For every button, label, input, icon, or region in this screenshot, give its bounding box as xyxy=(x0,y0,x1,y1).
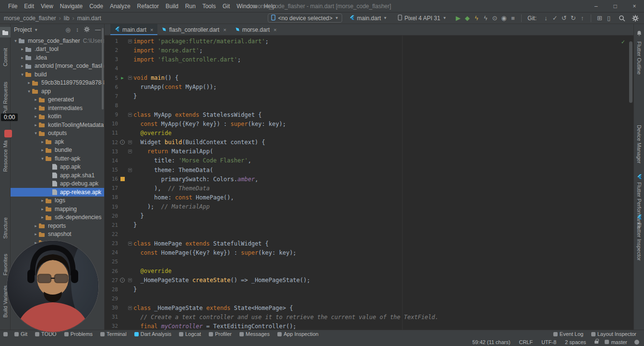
project-tool-button[interactable] xyxy=(0,27,11,37)
code-line-16[interactable]: 16 primarySwatch: Colors.amber, xyxy=(105,174,633,184)
code-line-30[interactable]: 30class _HomePageState extends State<Hom… xyxy=(105,303,633,312)
chevron-collapsed-icon[interactable]: ▸ xyxy=(33,106,39,111)
code-line-24[interactable]: 24 const HomePage({Key? key}) : super(ke… xyxy=(105,248,633,257)
fold-marker[interactable] xyxy=(127,76,133,80)
chevron-collapsed-icon[interactable]: ▸ xyxy=(33,97,39,102)
chevron-expanded-icon[interactable]: ▾ xyxy=(19,72,25,77)
chevron-collapsed-icon[interactable]: ▸ xyxy=(33,223,39,228)
code-line-14[interactable]: 14 title: 'Morse Code Flasher', xyxy=(105,156,633,165)
chevron-collapsed-icon[interactable]: ▸ xyxy=(33,114,39,119)
status-2-spaces[interactable]: 2 spaces xyxy=(561,339,590,345)
chevron-down-icon[interactable]: ▼ xyxy=(34,28,38,32)
status-circle-icon[interactable] xyxy=(634,340,639,345)
menu-refactor[interactable]: Refactor xyxy=(134,3,162,10)
code-line-29[interactable]: 29 xyxy=(105,294,633,303)
toolwindow-layout-inspector[interactable]: Layout Inspector xyxy=(587,331,640,337)
tab-flash-controller-dart[interactable]: flash_controller.dart× xyxy=(157,24,230,35)
tree-item-apk[interactable]: ▸apk xyxy=(11,137,104,146)
expand-collapse-icon[interactable]: ↕ xyxy=(76,26,79,33)
menu-git[interactable]: Git xyxy=(219,3,233,10)
close-button[interactable]: × xyxy=(625,0,644,12)
chevron-collapsed-icon[interactable]: ▸ xyxy=(26,80,32,85)
chevron-expanded-icon[interactable]: ▾ xyxy=(12,38,19,43)
chevron-collapsed-icon[interactable]: ▸ xyxy=(19,55,25,60)
code-line-19[interactable]: 19 ); // MaterialApp xyxy=(105,202,633,211)
debug-button[interactable]: ◆ xyxy=(463,13,472,23)
run-config-dropdown[interactable]: main.dart ▼ xyxy=(346,13,391,23)
tree-item-reports[interactable]: ▸reports xyxy=(11,222,104,230)
code-line-5[interactable]: 5▶void main() { xyxy=(105,74,633,83)
search-everywhere-button[interactable] xyxy=(617,13,627,23)
toolwindow-git[interactable]: Git xyxy=(11,331,31,337)
fold-marker[interactable] xyxy=(127,242,133,246)
stop-button[interactable]: ■ xyxy=(508,13,517,23)
code-line-11[interactable]: 11 @override xyxy=(105,128,633,137)
tool-strip-pull-requests[interactable]: Pull Requests xyxy=(0,82,11,114)
breadcrumb-main-dart[interactable]: main.dart xyxy=(77,15,101,22)
status-utf-8[interactable]: UTF-8 xyxy=(537,339,561,345)
menu-edit[interactable]: Edit xyxy=(21,3,37,10)
attach-debugger-button[interactable]: ◉ xyxy=(499,13,508,23)
commit-button[interactable]: ✓ xyxy=(550,13,560,23)
code-line-6[interactable]: 6 runApp(const MyApp()); xyxy=(105,83,633,92)
tree-item-intermediates[interactable]: ▸intermediates xyxy=(11,104,104,112)
chevron-collapsed-icon[interactable]: ▸ xyxy=(39,215,46,220)
fold-marker[interactable] xyxy=(127,39,133,43)
override-method-icon[interactable]: ↑ xyxy=(118,278,127,283)
rollback-button[interactable]: ↺ xyxy=(560,13,569,23)
close-tab-icon[interactable]: × xyxy=(223,27,226,33)
run-button[interactable]: ▶ xyxy=(453,13,463,23)
toolwindow-app-inspection[interactable]: App Inspection xyxy=(274,331,322,337)
tree-item-logs[interactable]: ▸logs xyxy=(11,197,104,205)
code-line-22[interactable]: 22 xyxy=(105,230,633,239)
code-line-26[interactable]: 26 @override xyxy=(105,267,633,276)
code-line-13[interactable]: 13 return MaterialApp( xyxy=(105,147,633,156)
device-manager-button[interactable]: ▯ xyxy=(604,13,613,23)
history-button[interactable]: ↻ xyxy=(569,13,578,23)
chevron-collapsed-icon[interactable]: ▸ xyxy=(39,139,46,144)
toolwindow-profiler[interactable]: Profiler xyxy=(205,331,236,337)
toolwindow-problems[interactable]: Problems xyxy=(60,331,96,337)
tree-item-59cb3b118975929a8784b4c[interactable]: ▸59cb3b118975929a8784b4c xyxy=(11,79,104,87)
code-line-17[interactable]: 17 ), // ThemeData xyxy=(105,184,633,193)
tool-strip-resource-ma[interactable]: Resource Ma xyxy=(0,140,11,172)
code-line-2[interactable]: 2import 'morse.dart'; xyxy=(105,46,633,55)
code-line-31[interactable]: 31 // Create a text controller and use i… xyxy=(105,312,633,321)
update-project-button[interactable]: ↓ xyxy=(541,13,550,23)
chevron-collapsed-icon[interactable]: ▸ xyxy=(33,123,39,127)
minimize-button[interactable]: – xyxy=(586,0,606,12)
settings-gear-icon[interactable] xyxy=(631,13,640,23)
chevron-collapsed-icon[interactable]: ▸ xyxy=(39,148,46,152)
tool-strip-structure[interactable]: Structure xyxy=(0,217,11,239)
toolwindow-event-log[interactable]: Event Log xyxy=(549,331,587,337)
tree-item-android-morse-code-flasher[interactable]: ▸android [morse_code_flasher_ xyxy=(11,62,104,71)
chevron-collapsed-icon[interactable]: ▸ xyxy=(33,232,39,236)
toolwindow-logcat[interactable]: Logcat xyxy=(175,331,205,337)
toolwindow-terminal[interactable]: Terminal xyxy=(96,331,131,337)
fold-marker[interactable] xyxy=(127,306,133,310)
color-swatch-icon[interactable] xyxy=(118,177,127,181)
chevron-collapsed-icon[interactable]: ▸ xyxy=(19,47,25,51)
toolwindow-switcher-icon[interactable] xyxy=(0,332,11,336)
tree-item-kotlintoolingmetadata[interactable]: ▸kotlinToolingMetadata xyxy=(11,121,104,129)
tab-main-dart[interactable]: main.dart× xyxy=(110,24,157,35)
menu-run[interactable]: Run xyxy=(182,3,199,10)
tree-item-idea[interactable]: ▸.idea xyxy=(11,53,104,62)
fold-marker[interactable] xyxy=(127,278,133,282)
menu-tools[interactable]: Tools xyxy=(199,3,219,10)
close-tab-icon[interactable]: × xyxy=(150,27,153,33)
code-line-27[interactable]: 27↑ _HomePageState createState() => _Hom… xyxy=(105,276,633,285)
chevron-collapsed-icon[interactable]: ▸ xyxy=(19,63,25,68)
chevron-collapsed-icon[interactable]: ▸ xyxy=(39,198,46,203)
maximize-button[interactable]: □ xyxy=(606,0,625,12)
tool-strip-flutter-inspector[interactable]: Flutter Inspector xyxy=(634,214,644,260)
fold-marker[interactable] xyxy=(127,113,133,117)
tree-item-app-debug-apk[interactable]: app-debug.apk xyxy=(11,180,104,188)
chevron-expanded-icon[interactable]: ▾ xyxy=(26,89,32,94)
menu-build[interactable]: Build xyxy=(162,3,182,10)
code-line-8[interactable]: 8 xyxy=(105,101,633,110)
override-method-icon[interactable]: ↑ xyxy=(118,140,127,145)
code-line-25[interactable]: 25 xyxy=(105,257,633,266)
code-line-10[interactable]: 10 const MyApp({Key? key}) : super(key: … xyxy=(105,119,633,128)
tree-item-kotlin[interactable]: ▸kotlin xyxy=(11,112,104,121)
